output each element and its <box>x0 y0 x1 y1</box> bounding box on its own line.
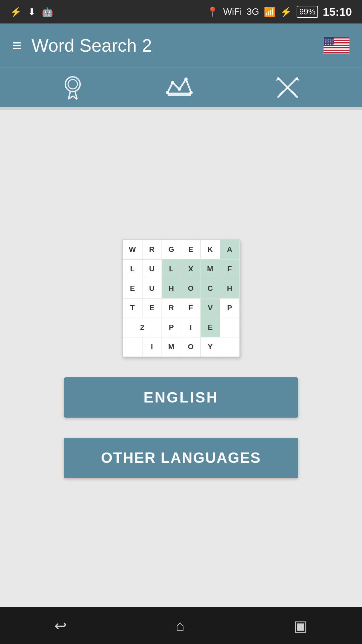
other-languages-button[interactable]: OTHER LANGUAGES <box>64 438 298 478</box>
cell-3-5[interactable]: P <box>220 298 239 318</box>
svg-text:★★★★★★: ★★★★★★ <box>324 39 335 41</box>
cell-2-2[interactable]: H <box>162 279 181 298</box>
svg-rect-6 <box>324 51 350 52</box>
nav-bar: ↩ ⌂ ▣ <box>0 607 362 644</box>
app-title: Word Search 2 <box>32 35 323 56</box>
cell-5-3[interactable]: O <box>181 337 200 357</box>
cell-3-1[interactable]: E <box>142 298 162 318</box>
cell-0-0[interactable]: W <box>123 240 142 259</box>
svg-rect-5 <box>324 48 350 50</box>
word-search-grid[interactable]: W R G E K A L U L X M F E <box>122 239 240 357</box>
cell-5-2[interactable]: M <box>162 337 181 357</box>
cell-2-3[interactable]: O <box>181 279 200 298</box>
cell-0-2[interactable]: G <box>162 240 181 259</box>
cell-3-4[interactable]: V <box>200 298 220 318</box>
english-button[interactable]: ENGLISH <box>64 377 298 418</box>
cell-4-5[interactable] <box>220 318 239 337</box>
cell-3-2[interactable]: R <box>162 298 181 318</box>
cell-0-5[interactable]: A <box>220 240 239 259</box>
cell-1-0[interactable]: L <box>123 259 142 279</box>
cell-3-3[interactable]: F <box>181 298 200 318</box>
cell-number-2: 2 <box>123 318 162 337</box>
svg-text:★★★★★: ★★★★★ <box>324 41 333 43</box>
cell-2-5[interactable]: H <box>220 279 239 298</box>
home-button[interactable]: ⌂ <box>176 617 185 634</box>
main-content: W R G E K A L U L X M F E <box>0 110 362 607</box>
cell-3-0[interactable]: T <box>123 298 142 318</box>
cell-2-1[interactable]: U <box>142 279 162 298</box>
svg-rect-4 <box>324 46 350 47</box>
cell-2-0[interactable]: E <box>123 279 142 298</box>
app-bar: ≡ Word Search 2 ★★★★★★ ★★★★★ ★★★★★★ <box>0 23 362 67</box>
cell-0-1[interactable]: R <box>142 240 162 259</box>
signal-label: 3G <box>247 6 259 17</box>
cell-4-3[interactable]: I <box>181 318 200 337</box>
status-bar: ⚡ ⬇ 🤖 📍 WiFi 3G 📶 ⚡ 99% 15:10 <box>0 0 362 23</box>
cell-5-5[interactable] <box>220 337 239 357</box>
cell-0-3[interactable]: E <box>181 240 200 259</box>
svg-point-21 <box>184 77 188 81</box>
cell-0-4[interactable]: K <box>200 240 220 259</box>
grid-row-5: I M O Y <box>123 337 239 357</box>
svg-point-12 <box>68 79 77 89</box>
status-time: 15:10 <box>323 5 352 18</box>
cell-1-4[interactable]: M <box>200 259 220 279</box>
cell-4-4[interactable]: E <box>200 318 220 337</box>
leaderboard-button[interactable] <box>166 76 193 99</box>
cell-1-5[interactable]: F <box>220 259 239 279</box>
svg-rect-17 <box>168 93 191 96</box>
status-right-info: 📍 WiFi 3G 📶 ⚡ 99% 15:10 <box>207 5 352 18</box>
flag-icon[interactable]: ★★★★★★ ★★★★★ ★★★★★★ <box>323 37 350 54</box>
grid-row-2: E U H O C H <box>123 279 239 298</box>
toolbar <box>0 67 362 107</box>
svg-point-20 <box>178 88 181 91</box>
cell-1-1[interactable]: U <box>142 259 162 279</box>
svg-point-18 <box>166 91 169 94</box>
cell-4-2[interactable]: P <box>162 318 181 337</box>
grid-row-4: 2 P I E <box>123 318 239 337</box>
android-icon: 🤖 <box>42 6 53 17</box>
usb-icon: ⚡ <box>10 6 22 17</box>
grid-row-3: T E R F V P <box>123 298 239 318</box>
cell-1-2[interactable]: L <box>162 259 181 279</box>
battery-level: 99% <box>297 6 318 18</box>
back-button[interactable]: ↩ <box>54 617 67 634</box>
cell-5-1[interactable]: I <box>142 337 162 357</box>
cell-1-3[interactable]: X <box>181 259 200 279</box>
separator <box>0 107 362 110</box>
status-left-icons: ⚡ ⬇ 🤖 <box>10 6 53 17</box>
grid-row-0: W R G E K A <box>123 240 239 259</box>
download-icon: ⬇ <box>28 6 36 17</box>
cell-2-4[interactable]: C <box>200 279 220 298</box>
achievements-button[interactable] <box>61 74 84 101</box>
svg-point-19 <box>171 81 174 84</box>
recents-button[interactable]: ▣ <box>294 617 308 634</box>
wifi-icon: WiFi <box>223 6 242 17</box>
grid-row-1: L U L X M F <box>123 259 239 279</box>
charging-icon: ⚡ <box>280 6 292 17</box>
svg-point-22 <box>189 91 193 94</box>
menu-icon[interactable]: ≡ <box>12 36 21 55</box>
location-icon: 📍 <box>207 6 219 17</box>
signal-bars-icon: 📶 <box>264 6 276 17</box>
svg-text:★★★★★★: ★★★★★★ <box>324 43 335 45</box>
cell-5-0[interactable] <box>123 337 142 357</box>
cell-5-4[interactable]: Y <box>200 337 220 357</box>
challenge-button[interactable] <box>274 74 301 101</box>
